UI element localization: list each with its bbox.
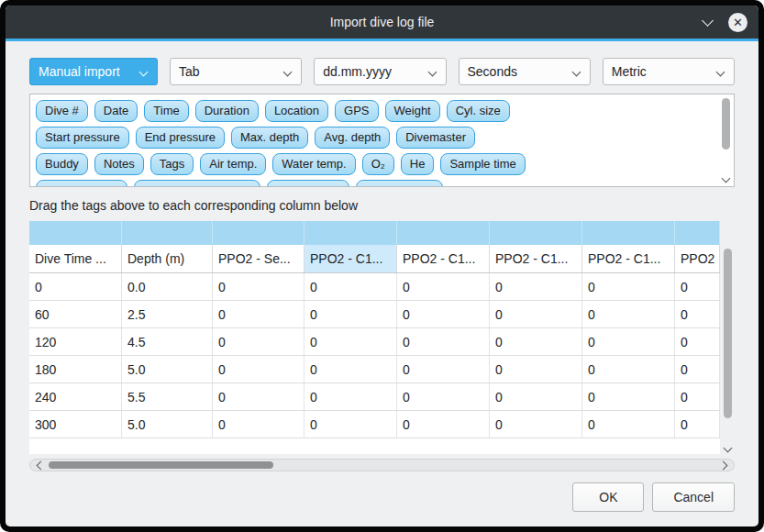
table-cell: 0 — [397, 328, 490, 355]
tag-chip[interactable]: O₂ — [362, 153, 394, 175]
table-cell: 2.5 — [122, 301, 213, 327]
tag-chip[interactable]: Dive # — [36, 100, 88, 122]
column-header[interactable]: PPO2 - C1... — [397, 245, 490, 272]
field-separator-select[interactable]: Tab — [170, 58, 302, 85]
table-header-row: Dive Time ...Depth (m)PPO2 - Se...PPO2 -… — [29, 245, 720, 273]
scroll-right-icon[interactable] — [721, 461, 728, 469]
tag-chip[interactable]: Sample pO₂ — [267, 180, 349, 187]
tag-chip[interactable]: Sample temperature — [134, 180, 260, 187]
column-header[interactable]: Dive Time ... — [29, 245, 122, 272]
tag-chip[interactable]: Duration — [195, 100, 259, 122]
column-header[interactable]: PPO2 — [675, 245, 720, 272]
titlebar[interactable]: Import dive log file ✕ — [6, 6, 758, 39]
tag-chip[interactable]: Water temp. — [272, 153, 355, 175]
units-value: Metric — [612, 64, 647, 79]
tag-chip[interactable]: Divemaster — [396, 127, 475, 149]
scroll-left-icon[interactable] — [36, 461, 43, 469]
table-cell: 0 — [675, 273, 720, 300]
titlebar-actions: ✕ — [703, 6, 747, 39]
import-preview-table: Dive Time ...Depth (m)PPO2 - Se...PPO2 -… — [29, 221, 720, 454]
tag-row: Sample depthSample temperatureSample pO₂… — [36, 180, 714, 187]
drop-target-cell[interactable] — [582, 221, 675, 245]
drop-target-cell[interactable] — [304, 221, 397, 245]
scrollbar-thumb[interactable] — [722, 98, 730, 150]
column-header[interactable]: PPO2 - C1... — [490, 245, 582, 272]
tag-chip[interactable]: Sample depth — [36, 180, 127, 187]
table-row: 602.5000000 — [29, 301, 720, 328]
table-cell: 0 — [675, 301, 720, 327]
tag-chip[interactable]: Weight — [385, 100, 440, 122]
ok-button[interactable]: OK — [572, 482, 644, 512]
column-header[interactable]: Depth (m) — [122, 245, 213, 272]
tag-chip[interactable]: He — [401, 153, 435, 175]
column-header[interactable]: PPO2 - Se... — [213, 245, 304, 272]
table-cell: 0 — [397, 356, 490, 382]
drop-target-cell[interactable] — [675, 221, 720, 245]
table-cell: 300 — [29, 411, 122, 438]
chevron-down-icon — [571, 68, 581, 77]
drop-target-cell[interactable] — [29, 221, 122, 245]
column-header[interactable]: PPO2 - C1... — [304, 245, 397, 272]
scroll-down-icon[interactable] — [723, 175, 730, 183]
drop-target-cell[interactable] — [213, 221, 304, 245]
table-row: 1805.0000000 — [29, 356, 720, 383]
tag-chip[interactable]: Max. depth — [231, 127, 308, 149]
tag-chip[interactable]: Notes — [94, 153, 144, 175]
duration-format-select[interactable]: Seconds — [459, 58, 591, 85]
dialog-content: Manual import Tab dd.mm.yyyy Seconds Met… — [6, 41, 758, 526]
table-cell: 0.0 — [122, 273, 213, 300]
table-cell: 0 — [490, 356, 582, 382]
table-cell: 0 — [582, 273, 675, 300]
scrollbar-thumb[interactable] — [49, 461, 273, 469]
table-cell: 0 — [582, 411, 675, 438]
table-cell: 0 — [490, 273, 582, 300]
tag-chip[interactable]: Start pressure — [36, 127, 129, 149]
tag-row: BuddyNotesTagsAir temp.Water temp.O₂HeSa… — [36, 153, 714, 175]
chevron-down-icon — [427, 68, 437, 77]
tag-row: Dive #DateTimeDurationLocationGPSWeightC… — [36, 100, 714, 122]
drop-target-cell[interactable] — [490, 221, 582, 245]
tag-chip[interactable]: Date — [94, 100, 138, 122]
table-cell: 0 — [582, 356, 675, 382]
drop-target-row — [29, 221, 720, 245]
window-frame: Import dive log file ✕ Manual import Tab… — [0, 0, 764, 532]
tag-chip[interactable]: Air temp. — [200, 153, 266, 175]
tags-vertical-scrollbar[interactable] — [721, 96, 732, 184]
tag-chip[interactable]: Tags — [150, 153, 194, 175]
chevron-down-icon[interactable] — [703, 17, 714, 28]
table-cell: 0 — [490, 301, 582, 327]
table-cell: 60 — [29, 301, 122, 327]
table-cell: 240 — [29, 383, 122, 410]
tag-chip[interactable]: GPS — [335, 100, 378, 122]
tag-chip[interactable]: Location — [265, 100, 328, 122]
options-row: Manual import Tab dd.mm.yyyy Seconds Met… — [29, 58, 735, 85]
tag-chip[interactable]: Time — [144, 100, 188, 122]
units-select[interactable]: Metric — [603, 58, 735, 85]
table-cell: 0 — [213, 356, 304, 382]
tag-chip[interactable]: Sample time — [440, 153, 525, 175]
chevron-down-icon — [283, 68, 293, 77]
table-vertical-scrollbar[interactable] — [722, 221, 735, 454]
chevron-down-icon — [139, 68, 149, 77]
close-button[interactable]: ✕ — [728, 13, 747, 32]
drop-target-cell[interactable] — [122, 221, 213, 245]
cancel-button[interactable]: Cancel — [652, 482, 735, 512]
column-header[interactable]: PPO2 - C1... — [582, 245, 675, 272]
tag-chip[interactable]: Cyl. size — [447, 100, 510, 122]
drop-target-cell[interactable] — [397, 221, 490, 245]
tags-panel: Dive #DateTimeDurationLocationGPSWeightC… — [29, 94, 735, 187]
scrollbar-thumb[interactable] — [724, 249, 732, 418]
import-type-select[interactable]: Manual import — [29, 58, 158, 85]
tag-chip[interactable]: Buddy — [36, 153, 88, 175]
duration-format-value: Seconds — [468, 64, 517, 79]
window-title: Import dive log file — [6, 15, 758, 29]
table-horizontal-scrollbar[interactable] — [29, 459, 735, 471]
table-cell: 0 — [490, 383, 582, 410]
scroll-down-icon[interactable] — [725, 445, 732, 452]
date-format-select[interactable]: dd.mm.yyyy — [314, 58, 446, 85]
table-cell: 0 — [490, 328, 582, 355]
tag-chip[interactable]: End pressure — [136, 127, 225, 149]
tag-chip[interactable]: Avg. depth — [315, 127, 390, 149]
table-cell: 0 — [397, 383, 490, 410]
tag-chip[interactable]: Sample CNS — [356, 180, 443, 187]
